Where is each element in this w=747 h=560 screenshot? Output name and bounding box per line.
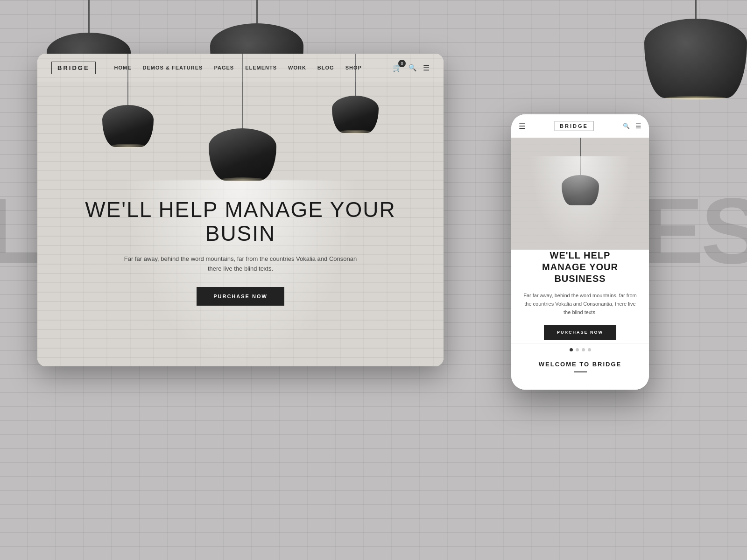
- desktop-mockup: BRIDGE HOME DEMOS & FEATURES PAGES ELEME…: [37, 54, 444, 366]
- mobile-menu-icon[interactable]: ☰: [519, 122, 525, 131]
- mobile-search-icon[interactable]: 🔍: [623, 123, 630, 129]
- mobile-mockup: ☰ BRIDGE 🔍 ☰ WE'LL HELPMANAGE YOURBUSINE…: [511, 114, 649, 390]
- search-icon[interactable]: 🔍: [409, 64, 416, 71]
- nav-shop[interactable]: SHOP: [345, 65, 362, 70]
- nav-home[interactable]: HOME: [114, 65, 132, 70]
- dot-4: [588, 348, 591, 351]
- desktop-nav-links: HOME DEMOS & FEATURES PAGES ELEMENTS WOR…: [114, 65, 393, 70]
- mobile-divider: [574, 371, 587, 372]
- nav-pages[interactable]: PAGES: [214, 65, 234, 70]
- mobile-welcome-text: WELCOME TO BRIDGE: [539, 361, 621, 368]
- mobile-cta-button[interactable]: PURCHASE NOW: [544, 325, 616, 340]
- mobile-hamburger-icon[interactable]: ☰: [635, 122, 641, 130]
- nav-work[interactable]: WORK: [288, 65, 306, 70]
- cart-badge: 0: [398, 60, 406, 67]
- desktop-cta-button[interactable]: PURCHASE NOW: [197, 287, 284, 306]
- dot-1: [570, 348, 573, 351]
- mobile-nav: ☰ BRIDGE 🔍 ☰: [511, 114, 649, 138]
- bg-lamp-3: [644, 0, 747, 98]
- desktop-nav: BRIDGE HOME DEMOS & FEATURES PAGES ELEME…: [37, 54, 444, 82]
- mobile-headline: WE'LL HELPMANAGE YOURBUSINESS: [521, 250, 640, 285]
- dot-2: [576, 348, 579, 351]
- mobile-dots: [521, 348, 640, 351]
- desktop-content: WE'LL HELP MANAGE YOUR BUSIN Far far awa…: [37, 198, 444, 306]
- mobile-content: WE'LL HELPMANAGE YOURBUSINESS Far far aw…: [511, 250, 649, 351]
- background-text-right: ES: [641, 177, 747, 285]
- desktop-nav-icons: 🛒 0 🔍 ☰: [393, 63, 430, 72]
- mobile-nav-icons: 🔍 ☰: [623, 122, 641, 130]
- desktop-logo: BRIDGE: [51, 62, 96, 74]
- nav-demos[interactable]: DEMOS & FEATURES: [143, 65, 203, 70]
- cart-icon-wrapper[interactable]: 🛒 0: [393, 63, 402, 72]
- mobile-hero-bg: [511, 138, 649, 250]
- mobile-logo: BRIDGE: [555, 121, 593, 131]
- nav-elements[interactable]: ELEMENTS: [245, 65, 277, 70]
- mobile-lamps: [511, 138, 649, 250]
- mobile-subtext: Far far away, behind the word mountains,…: [521, 291, 640, 316]
- menu-icon[interactable]: ☰: [423, 63, 430, 72]
- desktop-headline: WE'LL HELP MANAGE YOUR BUSIN: [65, 198, 416, 245]
- nav-blog[interactable]: BLOG: [317, 65, 334, 70]
- mobile-lamp-1: [562, 138, 599, 250]
- desktop-subtext: Far far away, behind the word mountains,…: [124, 254, 357, 274]
- dot-3: [582, 348, 585, 351]
